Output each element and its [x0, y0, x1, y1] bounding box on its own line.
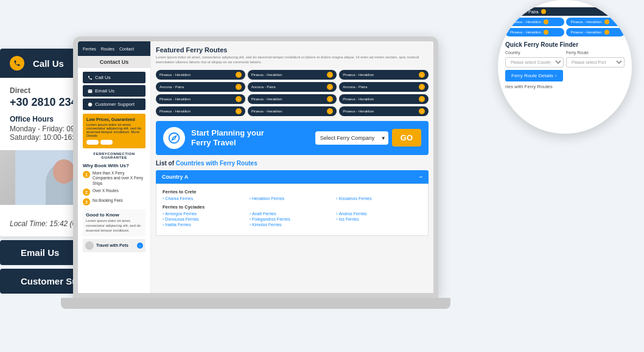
route-tag-2-1[interactable]: Ancona - Patra › — [156, 82, 245, 92]
zoom-dot-icon — [544, 19, 548, 24]
low-prices-box: Low Prices, Guaranteed Lorem ipsum dolor… — [83, 114, 145, 148]
zoom-finder-title: Quick Ferry Route Finder — [505, 41, 625, 48]
nav-ferries[interactable]: Ferries — [83, 47, 96, 51]
countries-highlight: Countries — [176, 160, 205, 167]
zoom-form-row: Country Please select Country Ferry Rout… — [505, 50, 625, 67]
ferry-link-anafi[interactable]: Anafi Ferries — [250, 212, 335, 216]
contact-us-header: Contact Us — [78, 56, 150, 68]
zoom-route-row-1: Ancona - Patra — [505, 7, 625, 16]
why-item-3: 3 No Booking Fees — [83, 198, 145, 205]
nav-routes[interactable]: Routes — [101, 47, 114, 51]
zoom-route-select[interactable]: Please select Port — [566, 57, 625, 67]
route-label: Piraeus - Heraklion — [159, 97, 191, 101]
route-tag-4-1[interactable]: Piraeus - Heraklion › — [156, 106, 245, 116]
zoom-countries-label: ries with Ferry Routes — [505, 84, 553, 89]
details-arrow-icon: › — [555, 73, 557, 78]
email-us-label: Email Us — [21, 247, 59, 258]
pets-row[interactable]: Travel with Pets › — [83, 239, 145, 252]
select-wrapper: Select Ferry Company ▼ — [315, 131, 388, 145]
laptop-base — [61, 298, 450, 309]
screen-call-btn[interactable]: Call Us — [83, 72, 145, 83]
screen-content: Ferries Routes Contact Contact Us Call U… — [78, 41, 433, 293]
ferry-link-folegandros[interactable]: Folegandros Ferries — [250, 217, 335, 221]
zoom-route-piraeus-4: Piraeus - Heraklion — [566, 28, 625, 36]
low-prices-body: Lorem ipsum dolor sit amet, consectetur … — [86, 123, 142, 137]
screen-call-label: Call Us — [95, 75, 111, 80]
screen-email-btn[interactable]: Email Us — [83, 85, 145, 97]
route-tag-1-1[interactable]: Piraeus - Heraklion › — [156, 70, 245, 80]
laptop-screen: Ferries Routes Contact Contact Us Call U… — [73, 36, 438, 298]
route-label: Ancona - Patra — [343, 85, 367, 89]
route-arrow-icon: › — [419, 108, 425, 114]
ferry-link-kimolos[interactable]: Kimolos Ferries — [250, 223, 335, 227]
call-us-label: Call Us — [33, 58, 64, 69]
ferry-link-amorgos[interactable]: Amorgos Ferries — [163, 212, 248, 216]
route-label: Piraeus - Heraklion — [343, 109, 374, 113]
route-arrow-icon: › — [236, 96, 242, 102]
screen-support-label: Customer Support — [95, 102, 135, 107]
cyclades-title: Ferries to Cyclades — [163, 204, 422, 210]
zoom-inner: Ancona - Patra Piraeus - Heraklion Pirae… — [498, 0, 632, 134]
screen-email-label: Email Us — [95, 88, 114, 94]
why-num-1: 1 — [83, 171, 90, 178]
why-text-3: No Booking Fees — [93, 198, 123, 203]
ferry-link-ios[interactable]: Ios Ferries — [336, 217, 422, 221]
country-bar[interactable]: Country A − — [156, 170, 429, 184]
route-arrow-icon: › — [327, 96, 333, 102]
email-icon — [10, 247, 17, 258]
ferryconn-label: FERRYCONNECTION GUARANTEE — [83, 152, 145, 159]
route-tag-1-3[interactable]: Piraeus - Heraklion › — [339, 70, 429, 80]
countries-title: List of Countries with Ferry Routes — [156, 160, 429, 167]
badge-1 — [86, 140, 99, 145]
ferry-link-heraklion[interactable]: Heraklion Ferries — [250, 196, 335, 201]
zoom-country-label: Country — [505, 50, 564, 55]
route-tag-3-1[interactable]: Piraeus - Heraklion › — [156, 94, 245, 104]
compass-icon — [163, 127, 185, 149]
ferry-details-button[interactable]: Ferry Route Details › — [505, 70, 563, 81]
route-tag-3-3[interactable]: Piraeus - Heraklion › — [339, 94, 429, 104]
zoom-country-select[interactable]: Please select Country — [505, 57, 564, 67]
zoom-circle: Ancona - Patra Piraeus - Heraklion Pirae… — [498, 0, 632, 134]
zoom-dot-icon — [604, 30, 609, 35]
country-content: Ferries to Crete Chania Ferries Heraklio… — [156, 184, 429, 236]
badge-row — [86, 140, 142, 145]
screen-support-btn[interactable]: Customer Support — [83, 98, 145, 110]
why-item-1: 1 More than X Ferry Companies and over X… — [83, 171, 145, 186]
svg-point-2 — [53, 159, 75, 184]
nav-contact[interactable]: Contact — [119, 47, 134, 51]
route-tag-2-2[interactable]: Ancona - Patra › — [248, 82, 337, 92]
ferry-link-chania[interactable]: Chania Ferries — [163, 196, 248, 201]
ferry-link-kissamos[interactable]: Kissamos Ferries — [336, 196, 422, 201]
ferry-company-select[interactable]: Select Ferry Company — [315, 131, 388, 145]
route-arrow-icon: › — [419, 72, 425, 78]
route-label: Piraeus - Heraklion — [251, 109, 282, 113]
route-tag-2-3[interactable]: Ancona - Patra › — [339, 82, 429, 92]
ferry-link-andros[interactable]: Andros Ferries — [336, 212, 422, 216]
featured-desc: Lorem ipsum dolor sit amet, consectetur … — [156, 55, 429, 65]
go-button[interactable]: GO — [392, 129, 421, 147]
zoom-route-ancona: Ancona - Patra — [505, 7, 625, 16]
route-arrow-icon: › — [327, 108, 333, 114]
gtk-title: Good to Know — [86, 212, 142, 218]
plan-text: Start Planning yourFerry Travel — [191, 128, 309, 147]
route-tag-1-2[interactable]: Piraeus - Heraklion › — [248, 70, 337, 80]
pets-icon — [85, 241, 94, 250]
route-arrow-icon: › — [419, 84, 425, 90]
screen-main: Featured Ferry Routes Lorem ipsum dolor … — [151, 41, 433, 293]
crete-title: Ferries to Crete — [163, 189, 422, 195]
route-label: Ancona - Patra — [159, 85, 184, 89]
low-prices-title: Low Prices, Guaranteed — [86, 117, 142, 122]
ferry-link-iraklia[interactable]: Iraklia Ferries — [163, 223, 248, 227]
route-tag-4-3[interactable]: Piraeus - Heraklion › — [339, 106, 429, 116]
zoom-route-label: Piraeus - Heraklion — [510, 30, 541, 34]
route-label: Piraeus - Heraklion — [159, 73, 191, 77]
country-name: Country A — [162, 174, 188, 180]
route-tag-3-2[interactable]: Piraeus - Heraklion › — [248, 94, 337, 104]
zoom-route-piraeus-2: Piraeus - Heraklion — [566, 18, 625, 26]
zoom-route-label: Ferry Route — [566, 50, 625, 55]
crete-links: Chania Ferries Heraklion Ferries Kissamo… — [163, 196, 422, 201]
ferry-link-donoussa[interactable]: Donoussa Ferries — [163, 217, 248, 221]
route-arrow-icon: › — [236, 84, 242, 90]
zoom-route-row-2: Piraeus - Heraklion Piraeus - Heraklion — [505, 18, 625, 26]
route-tag-4-2[interactable]: Piraeus - Heraklion › — [248, 106, 337, 116]
